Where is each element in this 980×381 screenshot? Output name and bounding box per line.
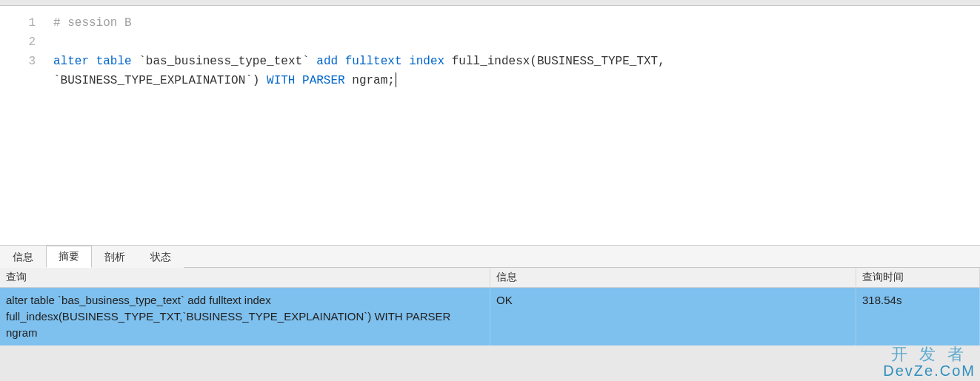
cell-query: alter table `bas_business_type_text` add… — [0, 288, 490, 345]
kw-with: WITH — [267, 74, 295, 87]
kw-table: table — [96, 55, 132, 68]
table-row[interactable]: alter table `bas_business_type_text` add… — [0, 288, 980, 345]
col-time[interactable]: 查询时间 — [856, 268, 980, 287]
text-caret — [396, 73, 396, 87]
line-number: 1 — [0, 13, 43, 33]
col-info[interactable]: 信息 — [490, 268, 856, 287]
code-text: `bas_business_type_text` — [132, 55, 317, 68]
kw-add: add — [316, 55, 338, 68]
kw-parser: PARSER — [302, 74, 345, 87]
result-tabs: 信息 摘要 剖析 状态 — [0, 246, 980, 268]
results-header: 查询 信息 查询时间 — [0, 268, 980, 288]
line-number: 3 — [0, 52, 43, 71]
tab-profile[interactable]: 剖析 — [92, 246, 138, 268]
kw-alter: alter — [53, 55, 89, 68]
code-comment: # session B — [53, 16, 132, 30]
sql-editor[interactable]: 1 2 3 # session B alter table `bas_busin… — [0, 6, 980, 246]
code-text: ngram; — [345, 74, 395, 87]
tab-summary[interactable]: 摘要 — [46, 246, 92, 268]
tab-status[interactable]: 状态 — [138, 246, 184, 268]
watermark-line2: DevZe.CoM — [883, 363, 976, 380]
watermark-line1: 开发者 — [883, 343, 976, 365]
tab-info[interactable]: 信息 — [0, 246, 46, 268]
code-content[interactable]: # session B alter table `bas_business_ty… — [43, 6, 980, 245]
cell-time: 318.54s — [856, 288, 980, 345]
toolbar — [0, 0, 980, 6]
watermark: 开发者 DevZe.CoM — [883, 343, 976, 380]
kw-index: index — [409, 55, 444, 68]
kw-fulltext: fulltext — [345, 55, 402, 68]
results-table: 查询 信息 查询时间 alter table `bas_business_typ… — [0, 268, 980, 345]
cell-info: OK — [490, 288, 856, 345]
line-number: 2 — [0, 33, 43, 52]
col-query[interactable]: 查询 — [0, 268, 490, 287]
line-gutter: 1 2 3 — [0, 6, 43, 245]
